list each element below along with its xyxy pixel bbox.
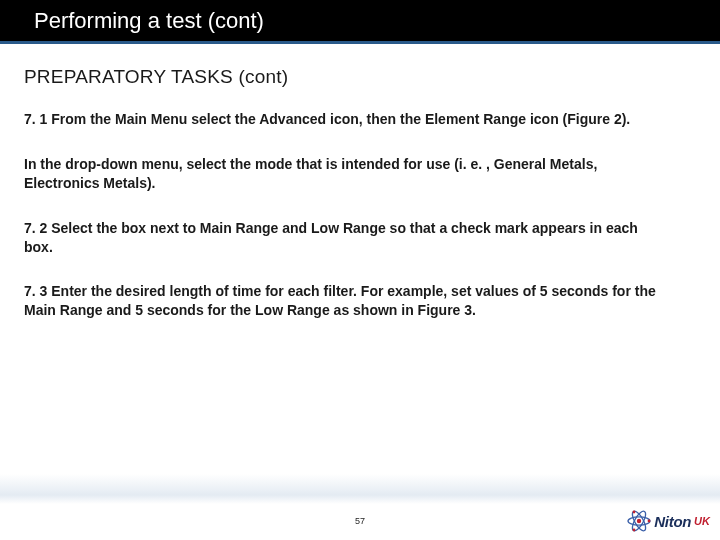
svg-point-3 <box>637 519 641 523</box>
section-heading: PREPARATORY TASKS (cont) <box>24 66 692 88</box>
paragraph: In the drop-down menu, select the mode t… <box>24 155 664 193</box>
atom-icon <box>626 508 652 534</box>
paragraph: 7. 1 From the Main Menu select the Advan… <box>24 110 664 129</box>
brand-logo: NitonUK <box>626 508 710 534</box>
paragraph: 7. 2 Select the box next to Main Range a… <box>24 219 664 257</box>
svg-point-4 <box>648 520 651 523</box>
logo-brand-text: Niton <box>654 513 691 530</box>
content-area: PREPARATORY TASKS (cont) 7. 1 From the M… <box>0 44 720 320</box>
svg-point-5 <box>633 511 636 514</box>
paragraph: 7. 3 Enter the desired length of time fo… <box>24 282 664 320</box>
title-bar: Performing a test (cont) <box>0 0 720 44</box>
logo-suffix-text: UK <box>694 515 710 527</box>
page-number: 57 <box>355 516 365 526</box>
svg-point-6 <box>633 529 636 532</box>
page-title: Performing a test (cont) <box>34 8 264 34</box>
footer: 57 NitonUK <box>0 500 720 540</box>
footer-gradient <box>0 474 720 504</box>
